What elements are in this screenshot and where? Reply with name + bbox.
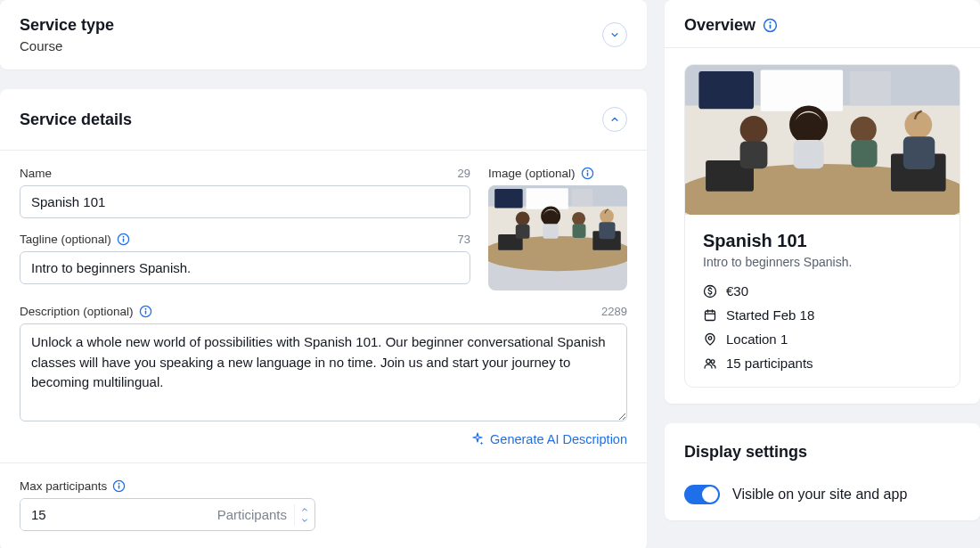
info-icon[interactable] bbox=[763, 18, 778, 33]
service-type-heading: Service type bbox=[20, 16, 114, 35]
info-icon[interactable] bbox=[139, 305, 152, 318]
service-details-collapse-button[interactable] bbox=[602, 107, 627, 132]
overview-location: Location 1 bbox=[726, 331, 788, 347]
hero-image bbox=[685, 65, 960, 215]
stepper-up-button[interactable] bbox=[295, 504, 314, 515]
max-participants-label: Max participants bbox=[20, 479, 107, 493]
overview-start-row: Started Feb 18 bbox=[703, 307, 942, 323]
overview-preview-card: Spanish 101 Intro to beginners Spanish. … bbox=[684, 64, 960, 388]
visible-label: Visible on your site and app bbox=[732, 487, 907, 503]
description-counter: 2289 bbox=[601, 305, 627, 318]
service-details-heading: Service details bbox=[20, 110, 132, 129]
generate-ai-description-button[interactable]: Generate AI Description bbox=[470, 432, 627, 446]
service-type-expand-button[interactable] bbox=[602, 22, 627, 47]
max-participants-input[interactable] bbox=[20, 499, 217, 530]
chevron-down-icon bbox=[610, 30, 619, 39]
divider bbox=[0, 462, 647, 463]
overview-title: Spanish 101 bbox=[703, 231, 942, 251]
generate-ai-label: Generate AI Description bbox=[490, 432, 627, 446]
tagline-label: Tagline (optional) bbox=[20, 233, 111, 246]
overview-location-row: Location 1 bbox=[703, 331, 942, 347]
info-icon[interactable] bbox=[112, 479, 126, 493]
overview-tagline: Intro to beginners Spanish. bbox=[703, 255, 942, 269]
display-settings-heading: Display settings bbox=[684, 443, 960, 462]
display-settings-card: Display settings Visible on your site an… bbox=[665, 423, 980, 520]
tagline-counter: 73 bbox=[458, 233, 470, 246]
stepper-down-button[interactable] bbox=[295, 515, 314, 526]
overview-price-row: €30 bbox=[703, 283, 942, 299]
overview-participants-row: 15 participants bbox=[703, 356, 942, 371]
chevron-up-icon bbox=[610, 115, 619, 124]
thumbnail-image bbox=[488, 185, 627, 290]
description-label: Description (optional) bbox=[20, 305, 134, 318]
calendar-icon bbox=[703, 308, 717, 323]
service-type-value: Course bbox=[20, 38, 114, 53]
service-details-card: Service details Name 29 bbox=[0, 89, 647, 548]
overview-heading: Overview bbox=[684, 16, 755, 35]
people-icon bbox=[703, 356, 717, 371]
overview-price: €30 bbox=[726, 283, 748, 299]
name-input[interactable] bbox=[20, 185, 470, 218]
max-participants-unit: Participants bbox=[217, 507, 294, 522]
location-icon bbox=[703, 332, 717, 347]
name-label: Name bbox=[20, 167, 52, 180]
image-label: Image (optional) bbox=[488, 167, 576, 180]
price-icon bbox=[703, 284, 717, 299]
overview-hero-image bbox=[685, 65, 960, 215]
name-counter: 29 bbox=[458, 167, 470, 180]
chevron-down-icon bbox=[300, 517, 309, 524]
info-icon[interactable] bbox=[117, 233, 130, 246]
chevron-up-icon bbox=[300, 506, 309, 513]
overview-card: Overview Spanish 101 Intro to beginners … bbox=[665, 0, 980, 404]
max-participants-stepper: Participants bbox=[20, 498, 315, 531]
overview-start: Started Feb 18 bbox=[726, 307, 814, 323]
overview-participants: 15 participants bbox=[726, 356, 813, 371]
tagline-input[interactable] bbox=[20, 251, 470, 284]
visible-toggle[interactable] bbox=[684, 485, 720, 504]
info-icon[interactable] bbox=[581, 167, 594, 180]
service-type-card: Service type Course bbox=[0, 0, 647, 70]
image-thumbnail[interactable] bbox=[488, 185, 627, 290]
sparkle-icon bbox=[470, 432, 485, 446]
description-textarea[interactable] bbox=[20, 323, 627, 421]
